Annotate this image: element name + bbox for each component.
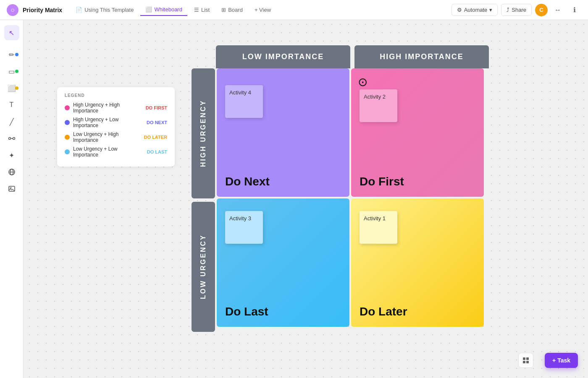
quadrant-do-last[interactable]: Activity 3 Do Last: [217, 198, 349, 327]
quadrant-do-later[interactable]: Activity 1 Do Later: [351, 198, 484, 327]
sticky-activity4[interactable]: Activity 4: [225, 85, 263, 118]
main-area: ↖ ✏ ▭ ⬜ T ╱ ✦: [0, 20, 588, 378]
matrix-grid: HIGH URGENCY LOW URGENCY Activity 4: [192, 68, 490, 334]
fit-view-button[interactable]: ↔: [551, 3, 564, 17]
pen-dot: [15, 53, 18, 56]
avatar[interactable]: C: [535, 4, 548, 16]
globe-tool[interactable]: [4, 164, 19, 180]
sticky-dot: [15, 86, 18, 90]
top-navigation: ○ Priority Matrix 📄 Using This Template …: [0, 0, 588, 20]
share-icon: ⤴: [507, 7, 509, 13]
template-icon: 📄: [76, 7, 82, 13]
image-tool[interactable]: [4, 181, 19, 196]
row-labels: HIGH URGENCY LOW URGENCY: [192, 68, 215, 334]
sticky-activity3[interactable]: Activity 3: [225, 211, 263, 244]
row-label-low-urgency: LOW URGENCY: [192, 202, 215, 332]
legend-item-do-last: Low Urgency + Low Importance DO LAST: [65, 146, 167, 158]
tab-using-this-template[interactable]: 📄 Using This Template: [71, 4, 139, 16]
legend-dot-do-first: [65, 105, 70, 110]
shapes-dot: [15, 70, 18, 73]
quadrant-label-do-later: Do Later: [360, 305, 407, 318]
automate-button[interactable]: ⚙ Automate ▾: [452, 4, 498, 16]
tab-board[interactable]: ⊞ Board: [216, 4, 248, 16]
priority-matrix: LOW IMPORTANCE HIGH IMPORTANCE HIGH URGE…: [192, 45, 490, 334]
share-button[interactable]: ⤴ Share: [501, 4, 532, 16]
canvas[interactable]: LEGEND High Urgency + High Importance DO…: [24, 20, 588, 378]
col-header-high-importance: HIGH IMPORTANCE: [354, 45, 489, 68]
cursor-tool[interactable]: ↖: [4, 25, 19, 40]
column-headers: LOW IMPORTANCE HIGH IMPORTANCE: [215, 45, 490, 68]
svg-rect-9: [526, 357, 529, 360]
quadrant-label-do-next: Do Next: [225, 175, 270, 188]
shapes-tool[interactable]: ▭: [4, 64, 19, 79]
legend-dot-do-last: [65, 149, 70, 154]
left-toolbar: ↖ ✏ ▭ ⬜ T ╱ ✦: [0, 20, 24, 378]
project-title: Priority Matrix: [23, 7, 62, 13]
whiteboard-icon: ⬜: [145, 6, 152, 13]
alert-icon: ⊙: [358, 75, 368, 89]
sticky-activity2[interactable]: Activity 2: [360, 89, 397, 122]
quadrant-label-do-first: Do First: [360, 175, 404, 188]
line-tool[interactable]: ╱: [4, 114, 19, 129]
magic-tool[interactable]: ✦: [4, 148, 19, 163]
svg-rect-8: [523, 357, 525, 360]
svg-point-7: [10, 188, 11, 189]
legend-item-do-later: Low Urgency + High Importance DO LATER: [65, 131, 167, 143]
add-task-button[interactable]: + Task: [545, 353, 578, 368]
list-icon: ☰: [194, 7, 199, 13]
svg-rect-10: [523, 361, 525, 363]
col-header-low-importance: LOW IMPORTANCE: [216, 45, 350, 68]
tab-list[interactable]: ☰ List: [189, 4, 215, 16]
svg-point-0: [8, 138, 10, 140]
legend-item-do-first: High Urgency + High Importance DO FIRST: [65, 102, 167, 114]
legend-box: LEGEND High Urgency + High Importance DO…: [57, 87, 175, 167]
quadrants: Activity 4 Do Next ⊙ Activity 2 Do First: [217, 68, 484, 334]
nav-right-actions: ⚙ Automate ▾ ⤴ Share C ↔ ℹ: [452, 3, 581, 17]
tab-whiteboard[interactable]: ⬜ Whiteboard: [140, 4, 187, 16]
chevron-down-icon: ▾: [489, 7, 492, 13]
quadrant-do-first[interactable]: ⊙ Activity 2 Do First: [351, 68, 484, 197]
top-quadrant-row: Activity 4 Do Next ⊙ Activity 2 Do First: [217, 68, 484, 197]
board-icon: ⊞: [221, 7, 226, 13]
quadrant-do-next[interactable]: Activity 4 Do Next: [217, 68, 349, 197]
app-logo: ○: [7, 4, 18, 16]
row-label-high-urgency: HIGH URGENCY: [192, 68, 215, 198]
tab-add-view[interactable]: + View: [249, 4, 276, 16]
grid-view-button[interactable]: [518, 353, 533, 368]
info-button[interactable]: ℹ: [568, 3, 581, 17]
sticky-tool[interactable]: ⬜: [4, 81, 19, 96]
quadrant-label-do-last: Do Last: [225, 305, 268, 318]
legend-dot-do-next: [65, 120, 70, 125]
pen-tool[interactable]: ✏: [4, 47, 19, 62]
legend-item-do-next: High Urgency + Low Importance DO NEXT: [65, 117, 167, 128]
legend-title: LEGEND: [65, 93, 167, 98]
bottom-quadrant-row: Activity 3 Do Last Activity 1 Do Later: [217, 198, 484, 327]
svg-point-1: [13, 138, 15, 140]
svg-rect-11: [526, 361, 529, 363]
text-tool[interactable]: T: [4, 97, 19, 112]
connect-tool[interactable]: [4, 131, 19, 146]
automate-icon: ⚙: [457, 7, 462, 13]
legend-dot-do-later: [65, 135, 70, 140]
sticky-activity1[interactable]: Activity 1: [360, 211, 397, 244]
